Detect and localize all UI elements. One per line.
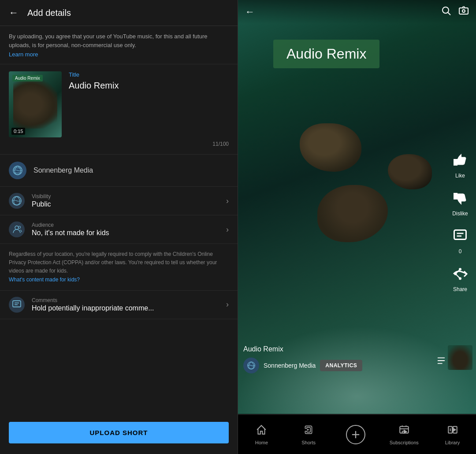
video-top-bar: ← xyxy=(238,0,476,24)
nav-library[interactable]: Library xyxy=(439,424,466,445)
mini-thumbnail xyxy=(448,345,472,370)
video-channel-row: Sonnenberg Media ANALYTICS xyxy=(243,358,445,373)
dislike-label: Dislike xyxy=(452,210,468,217)
nav-home[interactable]: Home xyxy=(248,424,275,445)
nav-subscriptions[interactable]: Subscriptions xyxy=(390,424,419,445)
audience-value: No, it's not made for kids xyxy=(32,229,219,237)
audience-icon xyxy=(9,221,25,237)
audience-label: Audience xyxy=(32,222,219,228)
add-icon[interactable] xyxy=(346,425,365,444)
upload-btn-wrap: UPLOAD SHORT xyxy=(0,415,238,454)
svg-rect-22 xyxy=(438,363,443,364)
svg-rect-4 xyxy=(13,301,21,307)
comments-row[interactable]: Comments Hold potentially inappropriate … xyxy=(0,291,238,319)
thumbnail-label: Audio Remix xyxy=(12,75,43,81)
comments-icon-video xyxy=(450,225,471,247)
video-preview-panel: ← Audio Remix xyxy=(238,0,476,454)
dislike-icon xyxy=(450,188,471,209)
analytics-button[interactable]: ANALYTICS xyxy=(320,360,362,371)
visibility-value: Public xyxy=(32,200,219,208)
notice-bar: By uploading, you agree that your use of… xyxy=(0,26,238,64)
like-icon xyxy=(450,150,471,171)
title-input[interactable] xyxy=(69,81,229,91)
back-button[interactable]: ← xyxy=(9,7,19,18)
svg-rect-11 xyxy=(454,230,466,240)
thumbnail: Audio Remix 0:15 xyxy=(9,71,62,137)
svg-rect-20 xyxy=(438,358,445,358)
char-count: 11/100 xyxy=(9,141,229,147)
bottom-navigation: Home Shorts xyxy=(238,414,476,454)
comments-chevron: › xyxy=(226,300,229,309)
svg-point-7 xyxy=(443,7,449,13)
video-background: Audio Remix Like Di xyxy=(238,0,476,414)
comments-icon xyxy=(9,297,25,313)
channel-icon xyxy=(9,162,26,179)
audience-chevron: › xyxy=(226,225,229,234)
like-label: Like xyxy=(455,173,465,179)
upload-panel: ← Add details By uploading, you agree th… xyxy=(0,0,238,454)
comments-content: Comments Hold potentially inappropriate … xyxy=(32,297,219,312)
svg-rect-21 xyxy=(438,360,445,361)
svg-marker-23 xyxy=(307,428,309,430)
svg-line-18 xyxy=(456,274,461,279)
comments-button[interactable]: 0 xyxy=(450,225,471,255)
visibility-content: Visibility Public xyxy=(32,193,219,208)
share-button[interactable]: Share xyxy=(450,263,471,292)
svg-point-10 xyxy=(462,10,465,12)
svg-marker-36 xyxy=(453,428,455,431)
top-icons xyxy=(441,5,469,18)
audience-content: Audience No, it's not made for kids xyxy=(32,222,219,237)
notice-text: By uploading, you agree that your use of… xyxy=(9,33,207,48)
channel-row: Sonnenberg Media xyxy=(0,155,238,187)
video-back-button[interactable]: ← xyxy=(245,6,255,18)
coppa-body: Regardless of your location, you're lega… xyxy=(9,251,217,274)
dislike-button[interactable]: Dislike xyxy=(450,188,471,217)
share-icon xyxy=(450,263,471,284)
video-banner-text: Audio Remix xyxy=(286,46,366,62)
share-label: Share xyxy=(453,286,467,292)
comments-label: Comments xyxy=(32,297,219,303)
coppa-text: Regardless of your location, you're lega… xyxy=(0,244,238,291)
nav-shorts-label: Shorts xyxy=(301,440,316,445)
video-channel-icon xyxy=(243,358,259,373)
svg-line-8 xyxy=(448,13,451,15)
title-section: Audio Remix 0:15 Title 11/100 xyxy=(0,64,238,155)
nav-shorts[interactable]: Shorts xyxy=(295,424,322,445)
page-title: Add details xyxy=(27,8,71,18)
comments-count: 0 xyxy=(459,248,462,255)
side-actions: Like Dislike xyxy=(450,150,471,292)
like-button[interactable]: Like xyxy=(450,150,471,179)
svg-rect-9 xyxy=(459,8,468,14)
visibility-icon xyxy=(9,193,25,209)
search-button[interactable] xyxy=(441,5,451,18)
comments-value: Hold potentially inappropriate comme... xyxy=(32,304,219,312)
visibility-row[interactable]: Visibility Public › xyxy=(0,187,238,215)
upload-short-button[interactable]: UPLOAD SHORT xyxy=(9,422,229,443)
title-field-label: Title xyxy=(69,71,229,78)
learn-more-link[interactable]: Learn more xyxy=(9,51,229,58)
channel-name: Sonnenberg Media xyxy=(33,166,93,174)
video-channel-name: Sonnenberg Media xyxy=(264,362,316,369)
nav-subscriptions-label: Subscriptions xyxy=(390,440,419,445)
title-input-area: Title xyxy=(69,71,229,91)
thumbnail-duration: 0:15 xyxy=(11,128,25,135)
video-title: Audio Remix xyxy=(243,345,445,353)
header: ← Add details xyxy=(0,0,238,26)
shorts-icon xyxy=(303,424,314,438)
visibility-chevron: › xyxy=(226,196,229,206)
library-icon xyxy=(447,424,458,438)
nav-library-label: Library xyxy=(445,440,460,445)
audience-row[interactable]: Audience No, it's not made for kids › xyxy=(0,215,238,244)
visibility-label: Visibility xyxy=(32,193,219,199)
home-icon xyxy=(256,424,267,438)
video-banner: Audio Remix xyxy=(273,40,379,68)
nav-add[interactable] xyxy=(342,425,369,444)
nav-home-label: Home xyxy=(255,440,268,445)
bars-icon xyxy=(436,356,446,368)
svg-point-2 xyxy=(15,226,19,229)
subscriptions-icon xyxy=(398,424,410,438)
coppa-link[interactable]: What's content made for kids? xyxy=(9,277,80,283)
video-bottom-info: Audio Remix Sonnenberg Media ANALYTICS xyxy=(243,345,445,373)
camera-button[interactable] xyxy=(458,5,469,18)
